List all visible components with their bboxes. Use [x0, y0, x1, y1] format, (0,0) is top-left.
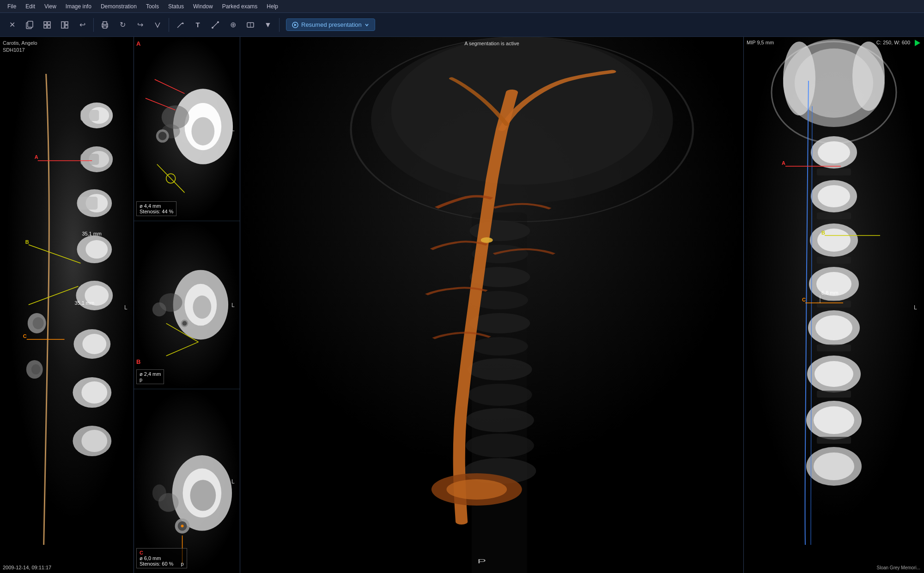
svg-point-96: [470, 267, 530, 287]
menu-status[interactable]: Status: [164, 2, 188, 11]
svg-point-72: [152, 302, 166, 316]
menu-tools[interactable]: Tools: [142, 2, 163, 11]
svg-point-24: [80, 146, 113, 172]
play-button[interactable]: [915, 40, 920, 46]
resumed-presentation-label: Resumed presentation: [301, 21, 362, 28]
svg-point-28: [85, 194, 108, 212]
svg-text:A: A: [782, 160, 785, 166]
svg-point-98: [470, 313, 530, 333]
menu-demonstration[interactable]: Demonstration: [97, 2, 140, 11]
svg-text:L: L: [231, 126, 235, 133]
svg-point-39: [81, 430, 107, 452]
menu-image-info[interactable]: Image info: [62, 2, 95, 11]
rotate-button[interactable]: ↻: [114, 17, 131, 33]
svg-marker-13: [182, 22, 184, 24]
svg-point-114: [852, 42, 885, 111]
svg-rect-109: [744, 37, 924, 573]
institution-label: Sloan Grey Memori...: [877, 565, 920, 570]
svg-point-79: [172, 455, 232, 531]
right-panel: A B C 6,8 mm L MIP 9,5 mm C: 250, W: 600: [744, 37, 924, 573]
svg-point-33: [85, 285, 109, 306]
svg-point-42: [26, 360, 43, 379]
layout2-button[interactable]: [242, 17, 259, 33]
svg-rect-137: [817, 437, 851, 444]
svg-point-91: [371, 37, 673, 203]
axial-a-stenosis: Stenosis: 44 %: [140, 209, 173, 214]
menu-help[interactable]: Help: [263, 2, 282, 11]
separator-1: [93, 18, 94, 32]
svg-point-128: [814, 406, 854, 434]
axial-c-suffix: p: [181, 561, 183, 567]
svg-text:B: B: [25, 239, 29, 245]
svg-point-83: [152, 484, 166, 501]
annotate-button[interactable]: [172, 17, 188, 33]
svg-line-12: [177, 23, 182, 28]
svg-rect-26: [80, 154, 99, 165]
svg-point-40: [28, 313, 46, 333]
svg-point-58: [162, 105, 189, 129]
svg-point-59: [162, 124, 180, 139]
svg-text:P: P: [477, 558, 486, 565]
expand-button[interactable]: ▼: [260, 17, 276, 33]
layout-button[interactable]: [56, 17, 73, 33]
svg-point-103: [466, 434, 534, 458]
svg-rect-6: [61, 22, 64, 28]
svg-text:L: L: [231, 478, 235, 485]
patient-info: Carotis, Angelo SDH1017: [3, 40, 37, 54]
svg-point-130: [814, 452, 854, 480]
left-panel: A B 35,1 mm 35,1 mm C L Carotis, Angelo …: [0, 37, 134, 573]
svg-rect-7: [65, 22, 68, 24]
menu-view[interactable]: View: [41, 2, 60, 11]
svg-text:C: C: [23, 333, 27, 339]
svg-rect-54: [134, 37, 240, 221]
svg-point-110: [772, 42, 896, 143]
axial-panel-c: L C ø 6,0 mm Stenosis: 60 % p: [134, 389, 240, 573]
svg-rect-93: [472, 212, 527, 573]
svg-point-112: [795, 48, 873, 118]
grid-button[interactable]: [39, 17, 55, 33]
svg-rect-11: [103, 26, 107, 28]
separator-2: [169, 18, 169, 32]
nav-button[interactable]: [149, 17, 166, 33]
svg-point-15: [212, 27, 213, 29]
svg-point-37: [81, 381, 107, 404]
forward-button[interactable]: ↪: [132, 17, 148, 33]
svg-text:6,8 mm: 6,8 mm: [821, 290, 839, 296]
axial-b-suffix: p: [140, 377, 142, 382]
timestamp: 2009-12-14, 09:11:17: [3, 565, 51, 570]
menu-window[interactable]: Window: [189, 2, 217, 11]
svg-point-70: [193, 296, 211, 319]
text-button[interactable]: T: [189, 17, 206, 33]
svg-line-64: [157, 164, 185, 193]
axial-c-diameter: ø 6,0 mm: [140, 555, 184, 561]
svg-point-126: [815, 361, 853, 387]
svg-point-82: [158, 493, 179, 512]
svg-point-36: [73, 377, 111, 408]
middle-panel: L A ø 4,4 mm Stenosis: 44 %: [134, 37, 240, 573]
svg-point-22: [89, 107, 109, 124]
svg-rect-134: [817, 301, 851, 308]
line-button[interactable]: [207, 17, 224, 33]
svg-point-104: [464, 458, 536, 484]
svg-point-43: [31, 364, 41, 374]
menu-edit[interactable]: Edit: [22, 2, 39, 11]
svg-rect-10: [103, 22, 107, 24]
svg-rect-29: [78, 197, 97, 210]
svg-line-76: [166, 342, 199, 356]
copy-button[interactable]: [21, 17, 38, 33]
resumed-presentation-button[interactable]: Resumed presentation: [286, 18, 375, 31]
menu-parked-exams[interactable]: Parked exams: [219, 2, 261, 11]
svg-point-127: [806, 401, 862, 440]
target-button[interactable]: ⊕: [225, 17, 241, 33]
segmentation-active-notice: A segmentation is active: [464, 41, 519, 46]
svg-rect-132: [817, 212, 851, 219]
patient-id: SDH1017: [3, 47, 37, 54]
menu-file[interactable]: File: [4, 2, 20, 11]
menu-bar: File Edit View Image info Demonstration …: [0, 0, 924, 13]
back-button[interactable]: ↩: [74, 17, 91, 33]
close-button[interactable]: ✕: [4, 17, 20, 33]
svg-rect-5: [48, 25, 50, 28]
svg-point-32: [76, 281, 113, 310]
svg-point-73: [181, 320, 188, 327]
print-button[interactable]: [97, 17, 113, 33]
